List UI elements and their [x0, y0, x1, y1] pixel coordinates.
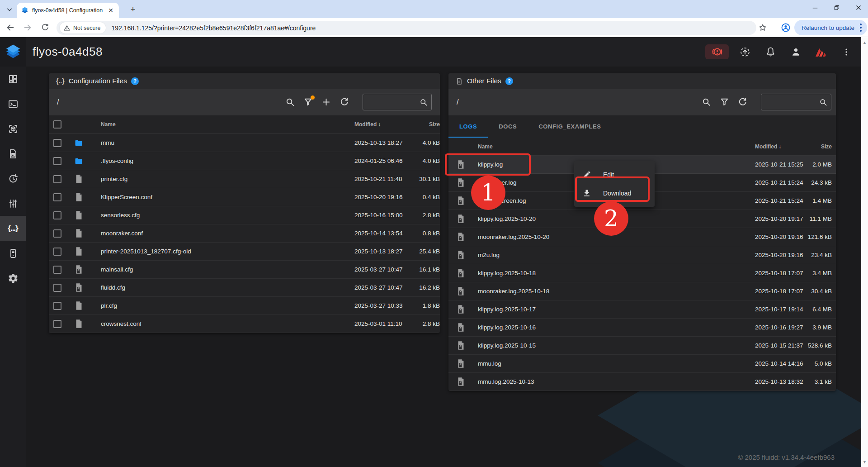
- file-row-mmu.log[interactable]: mmu.log2025-10-14 14:165.0 kB: [448, 355, 836, 373]
- refresh-icon[interactable]: [339, 97, 349, 107]
- file-row-klippy.log.2025-10-15[interactable]: klippy.log.2025-10-152025-10-15 21:37528…: [448, 337, 836, 355]
- app-menu-kebab-icon[interactable]: [837, 43, 855, 61]
- update-available-icon[interactable]: [736, 43, 754, 61]
- search-icon[interactable]: [285, 97, 295, 107]
- file-modified: 2025-10-18 17:07: [755, 270, 807, 276]
- row-checkbox[interactable]: [53, 320, 61, 328]
- tab-search-chevron-icon[interactable]: [4, 4, 15, 15]
- row-checkbox[interactable]: [53, 266, 61, 274]
- page-scrollbar[interactable]: ▲ ▼: [861, 37, 868, 467]
- reload-icon[interactable]: [38, 21, 52, 34]
- bookmark-star-icon[interactable]: [758, 23, 768, 33]
- row-checkbox[interactable]: [53, 157, 61, 165]
- file-row-mainsail.cfg[interactable]: mainsail.cfg2025-03-27 10:4716.1 kB: [49, 261, 440, 279]
- column-modified[interactable]: Modified↓: [354, 121, 406, 128]
- scroll-down-icon[interactable]: ▼: [861, 458, 868, 465]
- back-icon[interactable]: [4, 21, 17, 34]
- notifications-bell-icon[interactable]: [761, 43, 779, 61]
- file-row-KlipperScreen.conf[interactable]: KlipperScreen.conf2025-10-20 19:160.4 kB: [49, 188, 440, 206]
- config-file-list: mmu2025-10-13 18:274.0 kB.flyos-config20…: [49, 134, 440, 333]
- klipper-logo[interactable]: [812, 43, 830, 61]
- refresh-icon[interactable]: [737, 97, 748, 107]
- file-row-moonraker.log.2025-10-20[interactable]: moonraker.log.2025-10-202025-10-20 19:16…: [448, 228, 836, 246]
- select-all-checkbox[interactable]: [53, 120, 61, 129]
- file-row-moonraker.log.2025-10-18[interactable]: moonraker.log.2025-10-182025-10-18 17:07…: [448, 282, 836, 300]
- table-header: Name Modified↓ Size: [448, 138, 836, 156]
- file-size: 3.1 kB: [807, 378, 832, 385]
- emergency-stop-button[interactable]: [705, 44, 729, 59]
- browser-menu-kebab-icon[interactable]: [858, 22, 863, 33]
- fluidd-logo[interactable]: [0, 37, 26, 67]
- file-size: 0.4 kB: [406, 194, 440, 200]
- tab-logs[interactable]: LOGS: [448, 115, 488, 138]
- file-row-sensorless.cfg[interactable]: sensorless.cfg2025-10-16 15:002.8 kB: [49, 206, 440, 224]
- breadcrumb-path[interactable]: /: [457, 98, 458, 106]
- file-name: m2u.log: [473, 252, 755, 258]
- file-modified: 2025-10-20 19:16: [755, 252, 807, 258]
- file-row-.flyos-config[interactable]: .flyos-config2024-01-25 06:464.0 kB: [49, 152, 440, 170]
- row-checkbox[interactable]: [53, 229, 61, 238]
- sidebar-item-dashboard[interactable]: [0, 67, 26, 91]
- file-row-moonraker.conf[interactable]: moonraker.conf2025-10-14 13:540.8 kB: [49, 224, 440, 243]
- file-row-crowsnest.conf[interactable]: crowsnest.conf2025-03-01 11:102.8 kB: [49, 315, 440, 333]
- filter-icon[interactable]: [303, 97, 313, 107]
- sidebar-item-configuration[interactable]: {...}: [0, 216, 26, 241]
- forward-icon[interactable]: [21, 21, 34, 34]
- file-lock-icon: [457, 250, 465, 260]
- file-row-printer.cfg[interactable]: printer.cfg2025-10-21 11:4830.1 kB: [49, 170, 440, 188]
- file-row-plr.cfg[interactable]: plr.cfg2025-03-27 10:331.8 kB: [49, 297, 440, 315]
- file-row-klippy.log.2025-10-16[interactable]: klippy.log.2025-10-162025-10-16 19:273.9…: [448, 319, 836, 337]
- row-checkbox[interactable]: [53, 139, 61, 147]
- file-row-m2u.log[interactable]: m2u.log2025-10-20 19:1623.4 kB: [448, 246, 836, 264]
- sidebar-item-settings[interactable]: [0, 266, 26, 291]
- search-icon[interactable]: [701, 97, 712, 107]
- system-icon: [8, 248, 19, 259]
- column-size[interactable]: Size: [406, 121, 440, 128]
- file-name: .flyos-config: [91, 157, 354, 164]
- help-icon[interactable]: ?: [131, 77, 139, 85]
- file-size: 2.0 MB: [807, 161, 832, 168]
- sidebar-item-tune[interactable]: [0, 191, 26, 216]
- tab-docs[interactable]: DOCS: [488, 115, 528, 138]
- file-row-fluidd.cfg[interactable]: fluidd.cfg2025-03-27 10:4716.2 kB: [49, 279, 440, 297]
- file-row-printer-20251013_182707.cfg-old[interactable]: printer-20251013_182707.cfg-old2025-10-1…: [49, 243, 440, 261]
- browser-tab[interactable]: flyos-0a4d58 | Configuration ✕: [17, 3, 119, 18]
- file-row-klippy.log.2025-10-18[interactable]: klippy.log.2025-10-182025-10-18 17:073.4…: [448, 264, 836, 282]
- add-file-icon[interactable]: [321, 97, 331, 107]
- tab-config_examples[interactable]: CONFIG_EXAMPLES: [528, 115, 612, 138]
- user-account-icon[interactable]: [787, 43, 805, 61]
- new-tab-button[interactable]: +: [127, 4, 138, 15]
- sidebar-item-jobs[interactable]: [0, 141, 26, 166]
- file-lock-icon: [457, 268, 465, 278]
- column-modified[interactable]: Modified↓: [755, 143, 807, 150]
- relaunch-to-update-button[interactable]: Relaunch to update: [794, 20, 867, 35]
- sidebar-item-system[interactable]: [0, 241, 26, 266]
- address-bar[interactable]: Not secure 192.168.1.125/?printer=24282e…: [57, 21, 756, 35]
- browser-profile-avatar[interactable]: [780, 22, 791, 33]
- scroll-up-icon[interactable]: ▲: [861, 39, 868, 46]
- filter-icon[interactable]: [719, 97, 730, 107]
- file-row-mmu.log.2025-10-13[interactable]: mmu.log.2025-10-132025-10-13 18:323.1 kB: [448, 373, 836, 391]
- sidebar-item-gcode-preview[interactable]: [0, 116, 26, 141]
- file-size: 16.1 kB: [406, 266, 440, 273]
- row-checkbox[interactable]: [53, 248, 61, 256]
- row-checkbox[interactable]: [53, 211, 61, 219]
- file-row-mmu[interactable]: mmu2025-10-13 18:274.0 kB: [49, 134, 440, 152]
- window-restore-button[interactable]: [830, 1, 844, 14]
- row-checkbox[interactable]: [53, 284, 61, 292]
- sidebar-item-history[interactable]: [0, 166, 26, 191]
- file-row-klippy.log.2025-10-17[interactable]: klippy.log.2025-10-172025-10-17 19:146.4…: [448, 300, 836, 319]
- file-row-klippy.log.2025-10-20[interactable]: klippy.log.2025-10-202025-10-20 19:1711.…: [448, 210, 836, 228]
- file-modified: 2025-10-16 15:00: [354, 212, 406, 219]
- help-icon[interactable]: ?: [505, 77, 513, 85]
- sidebar-item-console[interactable]: [0, 91, 26, 116]
- column-size[interactable]: Size: [807, 143, 832, 150]
- row-checkbox[interactable]: [53, 302, 61, 310]
- not-secure-chip[interactable]: Not secure: [60, 22, 106, 33]
- breadcrumb-path[interactable]: /: [57, 98, 59, 106]
- window-minimize-button[interactable]: [808, 1, 822, 14]
- tab-close-icon[interactable]: ✕: [107, 6, 114, 14]
- row-checkbox[interactable]: [53, 193, 61, 201]
- row-checkbox[interactable]: [53, 175, 61, 183]
- window-close-button[interactable]: [852, 1, 865, 14]
